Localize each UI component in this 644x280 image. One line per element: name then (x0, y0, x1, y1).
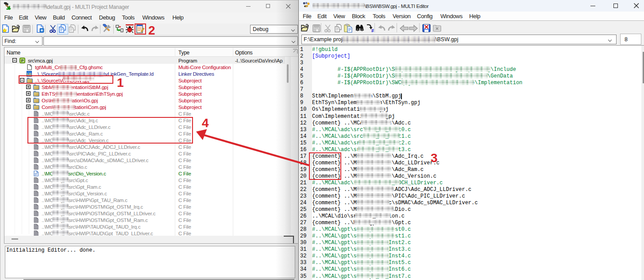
svg-text:P: P (21, 58, 23, 62)
svg-text:#: # (371, 28, 374, 33)
